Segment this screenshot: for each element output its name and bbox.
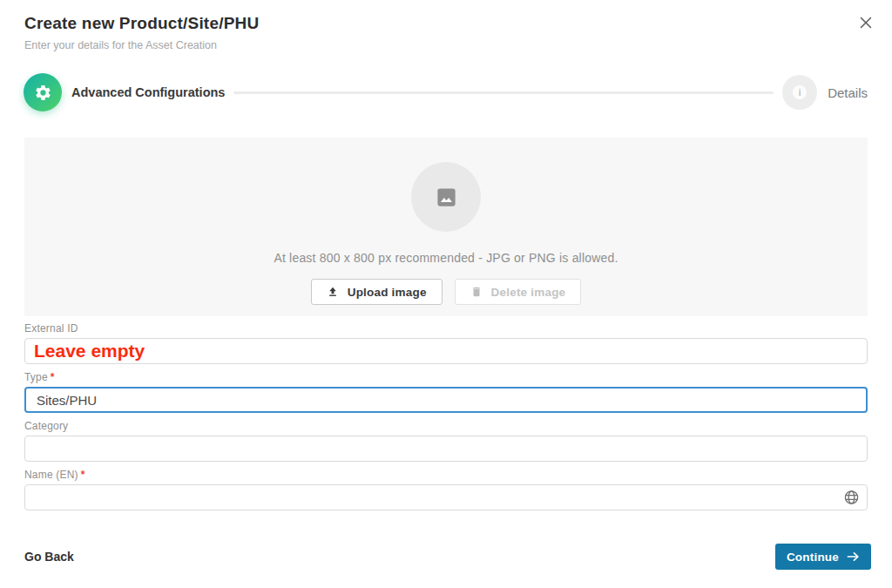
- modal-footer: Go Back Continue: [24, 544, 871, 570]
- type-input[interactable]: [24, 387, 868, 413]
- step-label-details: Details: [828, 85, 868, 100]
- upload-image-button-label: Upload image: [348, 286, 427, 299]
- name-en-label: Name (EN)*: [24, 469, 868, 481]
- stepper-connector: [233, 91, 774, 94]
- arrow-right-icon: [847, 551, 860, 562]
- go-back-button[interactable]: Go Back: [24, 550, 74, 564]
- modal-header: Create new Product/Site/PHU Enter your d…: [24, 14, 259, 51]
- name-en-input[interactable]: [24, 484, 868, 510]
- upload-icon: [327, 286, 339, 298]
- step-advanced-configurations[interactable]: [24, 73, 62, 112]
- upload-actions: Upload image Delete image: [311, 279, 582, 305]
- delete-image-button[interactable]: Delete image: [455, 279, 582, 305]
- required-asterisk: *: [51, 371, 55, 383]
- gear-icon: [34, 84, 52, 102]
- upload-image-button[interactable]: Upload image: [311, 279, 443, 305]
- step-label-advanced-configurations: Advanced Configurations: [71, 85, 225, 99]
- globe-icon[interactable]: [843, 490, 860, 506]
- page-subtitle: Enter your details for the Asset Creatio…: [24, 39, 259, 51]
- image-icon: [435, 186, 458, 209]
- field-name-en: Name (EN)*: [24, 469, 868, 510]
- step-details[interactable]: i: [782, 75, 817, 110]
- image-placeholder: [411, 162, 481, 232]
- create-asset-modal: Create new Product/Site/PHU Enter your d…: [0, 0, 892, 588]
- page-title: Create new Product/Site/PHU: [24, 14, 259, 33]
- field-category: Category: [24, 420, 868, 462]
- trash-icon: [470, 286, 483, 298]
- close-icon: [859, 16, 873, 30]
- delete-image-button-label: Delete image: [491, 286, 566, 299]
- upload-hint-text: At least 800 x 800 px recommended - JPG …: [274, 251, 618, 265]
- close-button[interactable]: [858, 15, 874, 30]
- required-asterisk: *: [81, 469, 85, 481]
- external-id-input[interactable]: [24, 338, 868, 364]
- asset-form: External ID Type* Category Name (EN)*: [24, 322, 868, 517]
- type-label: Type*: [24, 371, 868, 383]
- external-id-label: External ID: [24, 322, 868, 335]
- field-external-id: External ID: [24, 322, 868, 364]
- continue-button-label: Continue: [787, 551, 839, 564]
- field-type: Type*: [24, 371, 868, 413]
- info-icon: i: [793, 85, 807, 99]
- continue-button[interactable]: Continue: [775, 544, 871, 570]
- category-label: Category: [24, 420, 868, 432]
- image-upload-panel: At least 800 x 800 px recommended - JPG …: [24, 138, 868, 316]
- stepper: Advanced Configurations i Details: [24, 73, 868, 112]
- category-input[interactable]: [24, 436, 868, 462]
